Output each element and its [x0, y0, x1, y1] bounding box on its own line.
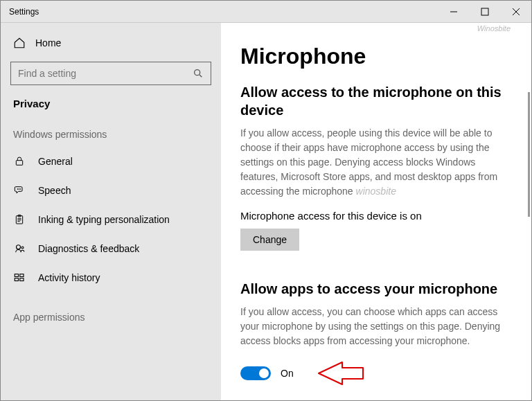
svg-point-15	[17, 245, 21, 249]
sidebar-item-activity[interactable]: Activity history	[1, 263, 221, 292]
window-title: Settings	[1, 7, 438, 17]
search-input[interactable]	[18, 68, 193, 79]
home-link[interactable]: Home	[1, 31, 221, 55]
svg-point-9	[20, 189, 21, 190]
history-icon	[13, 271, 26, 284]
minimize-button[interactable]	[438, 1, 469, 23]
clipboard-icon	[13, 213, 26, 226]
sidebar-item-speech[interactable]: Speech	[1, 176, 221, 205]
main-content: Microphone Allow access to the microphon…	[221, 23, 531, 400]
svg-line-5	[200, 75, 202, 77]
sidebar-item-label: General	[38, 156, 73, 167]
window-titlebar: Settings	[1, 1, 531, 23]
svg-rect-6	[16, 161, 22, 166]
home-icon	[13, 37, 26, 49]
search-icon	[193, 68, 204, 79]
group-label-permissions: Windows permissions	[1, 126, 221, 147]
sidebar-item-general[interactable]: General	[1, 147, 221, 176]
sidebar-item-label: Activity history	[38, 272, 100, 283]
svg-rect-20	[20, 278, 24, 281]
sidebar: Home Privacy Windows permissions General…	[1, 23, 221, 400]
change-button[interactable]: Change	[240, 229, 299, 251]
watermark-inline: winosbite	[356, 186, 396, 197]
svg-point-7	[17, 189, 18, 190]
home-label: Home	[35, 37, 61, 48]
current-category: Privacy	[1, 95, 221, 126]
sidebar-item-diagnostics[interactable]: Diagnostics & feedback	[1, 234, 221, 263]
microphone-access-toggle[interactable]	[240, 366, 271, 380]
toggle-state-label: On	[281, 368, 294, 379]
section-description-2: If you allow access, you can choose whic…	[240, 305, 514, 348]
search-box[interactable]	[10, 62, 211, 85]
svg-rect-1	[481, 8, 488, 15]
lock-icon	[13, 155, 26, 168]
section-description: If you allow access, people using this d…	[240, 126, 514, 199]
svg-point-8	[19, 189, 19, 190]
scrollbar[interactable]	[528, 92, 530, 217]
annotation-arrow	[316, 361, 364, 386]
footnote: Some desktop apps may still be able to a…	[240, 400, 514, 400]
sidebar-item-label: Speech	[38, 185, 71, 196]
svg-rect-17	[15, 274, 18, 277]
svg-point-4	[195, 70, 200, 75]
sidebar-item-inking[interactable]: Inking & typing personalization	[1, 205, 221, 234]
svg-rect-18	[15, 278, 18, 281]
section-heading-app-access: Allow apps to access your microphone	[240, 280, 511, 298]
device-access-status: Microphone access for this device is on	[240, 210, 517, 222]
close-button[interactable]	[500, 1, 531, 23]
svg-point-16	[21, 247, 24, 249]
section-heading-device-access: Allow access to the microphone on this d…	[240, 83, 511, 119]
sidebar-item-label: Diagnostics & feedback	[38, 243, 139, 254]
svg-rect-19	[20, 274, 24, 277]
group-label-app-permissions: App permissions	[1, 309, 221, 330]
page-title: Microphone	[240, 44, 517, 69]
sidebar-item-label: Inking & typing personalization	[38, 214, 170, 225]
feedback-icon	[13, 242, 26, 255]
speech-icon	[13, 184, 26, 197]
toggle-knob	[259, 368, 269, 378]
maximize-button[interactable]	[469, 1, 500, 23]
